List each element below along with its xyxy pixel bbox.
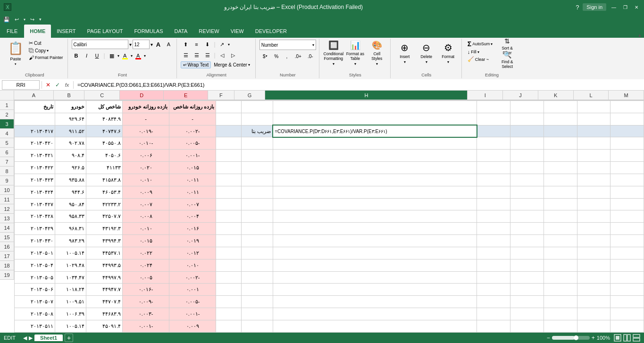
cell-E5[interactable]: -۰.۰۰۱ <box>169 150 216 162</box>
cell-D17[interactable]: -۰.۰۰۹ <box>123 296 169 308</box>
cell-I14[interactable] <box>477 259 510 271</box>
cell-B3[interactable]: ۹۱۱.۵۲ <box>55 125 86 137</box>
page-layout-button[interactable] <box>623 334 631 342</box>
cell-F6[interactable] <box>216 162 241 174</box>
cell-F16[interactable] <box>216 284 241 296</box>
cut-button[interactable]: ✂ Cut <box>27 40 65 47</box>
cell-M6[interactable] <box>611 162 644 174</box>
cell-J7[interactable] <box>510 174 544 186</box>
cell-I17[interactable] <box>477 296 510 308</box>
cell-B2[interactable]: ۹۲۹.۶۴ <box>55 113 86 125</box>
font-size-input[interactable] <box>133 40 150 49</box>
cancel-formula-button[interactable]: ✕ <box>44 81 52 89</box>
col-header-E[interactable]: E <box>164 91 208 100</box>
cell-C1[interactable]: شاخص کل <box>86 101 123 113</box>
cell-L19[interactable] <box>577 320 611 332</box>
cell-F11[interactable] <box>216 223 241 235</box>
cell-L11[interactable] <box>577 223 611 235</box>
cell-J11[interactable] <box>510 223 544 235</box>
cell-A7[interactable]: ۲۰۱۳۰۴۲۳ <box>15 174 55 186</box>
cell-K11[interactable] <box>544 223 577 235</box>
cell-M5[interactable] <box>611 150 644 162</box>
cell-J9[interactable] <box>510 198 544 210</box>
cell-E17[interactable]: -۰.۰۰۵ <box>169 296 216 308</box>
cell-K9[interactable] <box>544 198 577 210</box>
cell-F10[interactable] <box>216 210 241 223</box>
cell-G19[interactable] <box>241 320 273 332</box>
cell-H13[interactable] <box>273 247 477 259</box>
cell-G2[interactable] <box>241 113 273 125</box>
col-header-J[interactable]: J <box>503 91 538 100</box>
cell-K5[interactable] <box>544 150 577 162</box>
cell-D12[interactable]: ۰.۰۱۵ <box>123 235 169 247</box>
cell-B4[interactable]: ۹۰۲.۷۸ <box>55 137 86 150</box>
conditional-formatting-button[interactable]: 🔲 ConditionalFormatting ▾ <box>323 40 344 66</box>
cell-H4[interactable] <box>273 137 477 150</box>
cell-B10[interactable]: ۹۵۸.۳۳ <box>55 210 86 223</box>
cell-J1[interactable] <box>510 101 544 113</box>
cell-M10[interactable] <box>611 210 644 223</box>
page-break-button[interactable] <box>633 334 640 342</box>
font-color-button[interactable]: A <box>134 51 143 60</box>
row-header-15[interactable]: 15 <box>0 233 14 242</box>
cell-D16[interactable]: -۰.۰۱۶ <box>123 284 169 296</box>
cell-A17[interactable]: ۲۰۱۳۰۵۰۷ <box>15 296 55 308</box>
formula-input[interactable] <box>75 80 642 90</box>
cell-A19[interactable]: ۲۰۱۳۰۵۱۱ <box>15 320 55 332</box>
cell-B18[interactable]: ۱۰۰۶.۳۹ <box>55 308 86 320</box>
cell-H9[interactable] <box>273 198 477 210</box>
increase-indent-button[interactable]: ▷ <box>228 50 238 60</box>
cell-H5[interactable] <box>273 150 477 162</box>
cell-L4[interactable] <box>577 137 611 150</box>
cell-E3[interactable]: -۰.۰۰۲ <box>169 125 216 137</box>
row-header-18[interactable]: 18 <box>0 261 14 270</box>
cell-A10[interactable]: ۲۰۱۳۰۴۲۸ <box>15 210 55 223</box>
col-header-M[interactable]: M <box>609 91 644 100</box>
cell-L18[interactable] <box>577 308 611 320</box>
cell-J15[interactable] <box>510 271 544 284</box>
number-format-dropdown[interactable]: ▾ <box>312 43 314 47</box>
cell-K6[interactable] <box>544 162 577 174</box>
scroll-sheets-right[interactable]: ▶ <box>29 335 33 341</box>
cell-G12[interactable] <box>241 235 273 247</box>
font-name-input[interactable] <box>72 40 128 49</box>
cell-I5[interactable] <box>477 150 510 162</box>
font-name-dropdown[interactable]: ▾ <box>129 42 132 47</box>
underline-button[interactable]: U <box>92 51 102 60</box>
cell-I8[interactable] <box>477 186 510 198</box>
cell-F13[interactable] <box>216 247 241 259</box>
cell-D9[interactable]: ۰.۰۰۷ <box>123 198 169 210</box>
cell-M7[interactable] <box>611 174 644 186</box>
right-align-button[interactable]: ☰ <box>202 50 213 60</box>
border-button[interactable]: ▦ <box>107 51 117 60</box>
cell-L7[interactable] <box>577 174 611 186</box>
cell-E7[interactable]: ۰.۰۱۱ <box>169 174 216 186</box>
find-select-button[interactable]: 🔍 Find &Select <box>496 53 518 67</box>
cell-H19[interactable] <box>273 320 477 332</box>
font-grow-button[interactable]: A <box>154 40 163 49</box>
cell-K8[interactable] <box>544 186 577 198</box>
cell-C16[interactable]: ۴۴۹۴۷.۷ <box>86 284 123 296</box>
left-align-button[interactable]: ☰ <box>181 50 191 60</box>
col-header-K[interactable]: K <box>538 91 574 100</box>
cell-C11[interactable]: ۴۳۱۹۲.۳ <box>86 223 123 235</box>
cell-B14[interactable]: ۱۰۲۹.۴۸ <box>55 259 86 271</box>
cell-K18[interactable] <box>544 308 577 320</box>
cell-L17[interactable] <box>577 296 611 308</box>
cell-E6[interactable]: ۰.۰۱۵ <box>169 162 216 174</box>
cell-H7[interactable] <box>273 174 477 186</box>
cell-C17[interactable]: ۴۴۷۰۷.۴ <box>86 296 123 308</box>
number-format-box[interactable]: Number ▾ <box>259 40 316 50</box>
zoom-out-button[interactable]: − <box>547 335 550 341</box>
delete-button[interactable]: ⊖ Delete ▾ <box>416 40 437 66</box>
cell-J5[interactable] <box>510 150 544 162</box>
cell-F18[interactable] <box>216 308 241 320</box>
cell-I13[interactable] <box>477 247 510 259</box>
cell-L13[interactable] <box>577 247 611 259</box>
tab-file[interactable]: FILE <box>0 25 24 38</box>
cell-H3[interactable]: =COVARIANCE.P(D۳:D۶۶۱,E۳:E۶۶۱)/VAR.P(E۳:… <box>273 125 477 137</box>
restore-button[interactable]: ❐ <box>621 3 629 11</box>
cell-J10[interactable] <box>510 210 544 223</box>
sheet-tab-1[interactable]: Sheet1 <box>34 335 63 341</box>
cell-L8[interactable] <box>577 186 611 198</box>
